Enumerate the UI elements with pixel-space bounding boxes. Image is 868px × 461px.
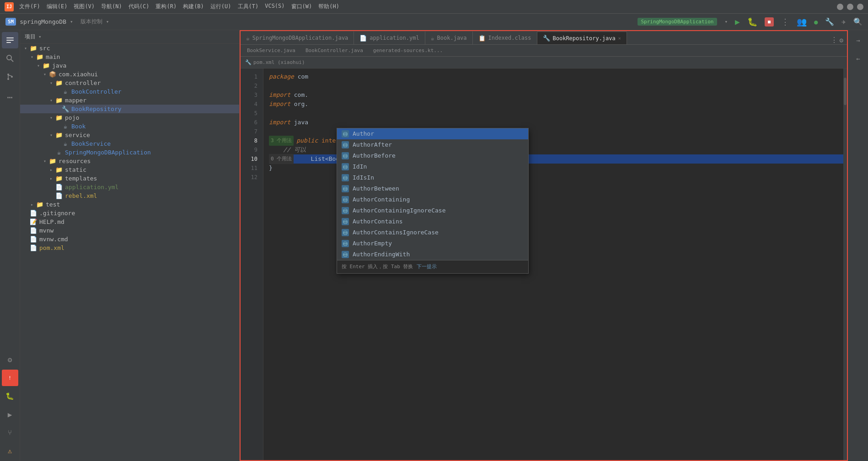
autocomplete-item[interactable]: AuthorContainingIgnoreCase xyxy=(337,205,528,216)
project-name-area[interactable]: SM springMongoDB ▾ 版本控制 ▾ xyxy=(5,18,109,26)
menu-item[interactable]: VCS(S) xyxy=(265,3,284,11)
tree-dropdown-arrow[interactable]: ▾ xyxy=(38,34,42,40)
tree-item[interactable]: ▾📁resources xyxy=(20,157,239,165)
tree-item[interactable]: 📄application.yml xyxy=(20,183,239,191)
sidebar-icon-more1[interactable]: … xyxy=(2,87,18,103)
menu-item[interactable]: 导航(N) xyxy=(101,3,122,11)
menu-item[interactable]: 文件(F) xyxy=(19,3,40,11)
tab-app-yml[interactable]: 📄 application.yml xyxy=(354,32,425,44)
sidebar-icon-project[interactable] xyxy=(2,32,18,48)
settings-icon[interactable]: 🔧 xyxy=(825,17,834,26)
autocomplete-item[interactable]: IdIsIn xyxy=(337,172,528,183)
dropdown-arrow[interactable]: ▾ xyxy=(70,19,73,25)
tree-item[interactable]: 📄pom.xml xyxy=(20,244,239,252)
tree-item[interactable]: ▸📁test xyxy=(20,200,239,209)
scrollbar-thumb[interactable] xyxy=(844,78,847,105)
tree-item[interactable]: 📄.gitignore xyxy=(20,209,239,217)
autocomplete-item[interactable]: IdIn xyxy=(337,161,528,172)
sidebar-icon-git[interactable]: ⑂ xyxy=(2,424,18,441)
menu-item[interactable]: 工具(T) xyxy=(238,3,259,11)
autocomplete-item[interactable]: AuthorContaining xyxy=(337,194,528,205)
users-icon[interactable]: 👥 xyxy=(797,17,807,26)
tree-item[interactable]: 🔧BookRepository xyxy=(20,105,239,113)
sidebar-icon-vcs[interactable] xyxy=(2,69,18,85)
tree-item[interactable]: ☕BookController xyxy=(20,87,239,96)
menu-item[interactable]: 重构(R) xyxy=(155,3,177,11)
window-controls[interactable] xyxy=(837,4,863,10)
autocomplete-item[interactable]: AuthorBetween xyxy=(337,183,528,194)
version-control-label[interactable]: 版本控制 xyxy=(80,18,102,26)
autocomplete-item[interactable]: AuthorEndingWith xyxy=(337,249,528,260)
run-button[interactable]: ▶ xyxy=(735,17,740,26)
sidebar-icon-run[interactable]: ▶ xyxy=(2,406,18,423)
sub-tab-book-service[interactable]: BookService.java xyxy=(242,46,300,56)
tree-item[interactable]: ▾📁controller xyxy=(20,79,239,87)
tab-book-java[interactable]: ☕ Book.java xyxy=(425,32,473,44)
tree-item[interactable]: ▾📦com.xiaohui xyxy=(20,70,239,79)
ac-item-label: AuthorBetween xyxy=(353,184,399,193)
run-config-label[interactable]: SpringMongoDBApplication xyxy=(638,18,718,26)
autocomplete-item[interactable]: AuthorEmpty xyxy=(337,238,528,249)
tab-settings-icon[interactable]: ⚙ xyxy=(840,37,843,44)
project-name[interactable]: springMongoDB xyxy=(20,18,66,25)
autocomplete-item[interactable]: AuthorAfter xyxy=(337,139,528,150)
share-icon[interactable]: ✈ xyxy=(841,17,846,26)
tree-item[interactable]: ▾📁java xyxy=(20,61,239,70)
autocomplete-item[interactable]: AuthorContains xyxy=(337,216,528,227)
tree-item[interactable]: ☕BookService xyxy=(20,139,239,148)
menu-item[interactable]: 代码(C) xyxy=(129,3,150,11)
right-icon-1[interactable]: → xyxy=(850,32,867,48)
tree-item[interactable]: 📝HELP.md xyxy=(20,217,239,226)
tree-item[interactable]: ▾📁mapper xyxy=(20,96,239,105)
search-icon[interactable]: 🔍 xyxy=(853,17,863,26)
menu-item[interactable]: 构建(B) xyxy=(183,3,204,11)
sidebar-icon-search[interactable] xyxy=(2,50,18,67)
ac-item-label: AuthorEmpty xyxy=(353,239,392,248)
editor-scrollbar[interactable] xyxy=(843,69,847,460)
code-editor[interactable]: 123456789101112 package comimport com.im… xyxy=(241,69,847,460)
run-config-dropdown[interactable]: ▾ xyxy=(724,19,728,25)
right-icon-2[interactable]: ← xyxy=(850,50,867,67)
menu-item[interactable]: 运行(U) xyxy=(210,3,231,11)
tree-item[interactable]: 📄mvnw.cmd xyxy=(20,235,239,244)
autocomplete-item[interactable]: AuthorBefore xyxy=(337,150,528,161)
tree-item[interactable]: ▾📁src xyxy=(20,44,239,53)
tree-item[interactable]: ☕SpringMongoDBApplication xyxy=(20,148,239,157)
sidebar-icon-settings[interactable]: ⚙ xyxy=(2,351,18,368)
tree-item[interactable]: ▸📁templates xyxy=(20,174,239,183)
stop-button[interactable]: ■ xyxy=(765,17,774,26)
tab-book-repo[interactable]: 🔧 BookRepository.java ✕ xyxy=(537,32,627,44)
maximize-button[interactable] xyxy=(847,4,853,10)
tab-spring-main[interactable]: ☕ SpringMongoDBApplication.java xyxy=(241,32,354,44)
tree-item[interactable]: ▾📁pojo xyxy=(20,113,239,122)
autocomplete-item[interactable]: AuthorContainsIgnoreCase xyxy=(337,227,528,238)
tree-item[interactable]: ☕Book xyxy=(20,122,239,131)
menu-item[interactable]: 窗口(W) xyxy=(291,3,312,11)
sub-tab-generated[interactable]: generated-sources.kt... xyxy=(369,46,447,56)
menu-bar[interactable]: 文件(F)编辑(E)视图(V)导航(N)代码(C)重构(R)构建(B)运行(U)… xyxy=(19,3,339,11)
tab-more-button[interactable]: ⋮ xyxy=(830,36,838,44)
line-number: 3 xyxy=(242,90,261,100)
tree-item[interactable]: ▾📁main xyxy=(20,53,239,61)
sidebar-icon-warn[interactable]: ⚠ xyxy=(2,443,18,459)
minimize-button[interactable] xyxy=(837,4,843,10)
vc-dropdown-arrow[interactable]: ▾ xyxy=(106,19,109,25)
tree-item[interactable]: 📄mvnw xyxy=(20,226,239,235)
autocomplete-dropdown[interactable]: AuthorAuthorAfterAuthorBeforeIdInIdIsInA… xyxy=(337,128,529,274)
autocomplete-item[interactable]: Author xyxy=(337,128,528,139)
more-button[interactable]: ⋮ xyxy=(781,17,789,26)
close-button[interactable] xyxy=(857,4,863,10)
tab-indexed[interactable]: 📋 Indexed.class xyxy=(473,32,537,44)
menu-item[interactable]: 视图(V) xyxy=(74,3,95,11)
tree-item[interactable]: ▾📁service xyxy=(20,131,239,139)
debug-button[interactable]: 🐛 xyxy=(747,17,757,26)
sub-tab-book-controller[interactable]: BookController.java xyxy=(301,46,368,56)
menu-item[interactable]: 编辑(E) xyxy=(47,3,68,11)
menu-item[interactable]: 帮助(H) xyxy=(318,3,339,11)
sidebar-icon-notifications[interactable]: ! xyxy=(2,370,18,386)
tab-close-repo[interactable]: ✕ xyxy=(618,36,621,41)
sidebar-icon-debug[interactable]: 🐛 xyxy=(2,388,18,404)
tree-item[interactable]: ▸📁static xyxy=(20,165,239,174)
code-content[interactable]: package comimport com.import org.import … xyxy=(263,69,847,460)
tree-item[interactable]: 📄rebel.xml xyxy=(20,191,239,200)
